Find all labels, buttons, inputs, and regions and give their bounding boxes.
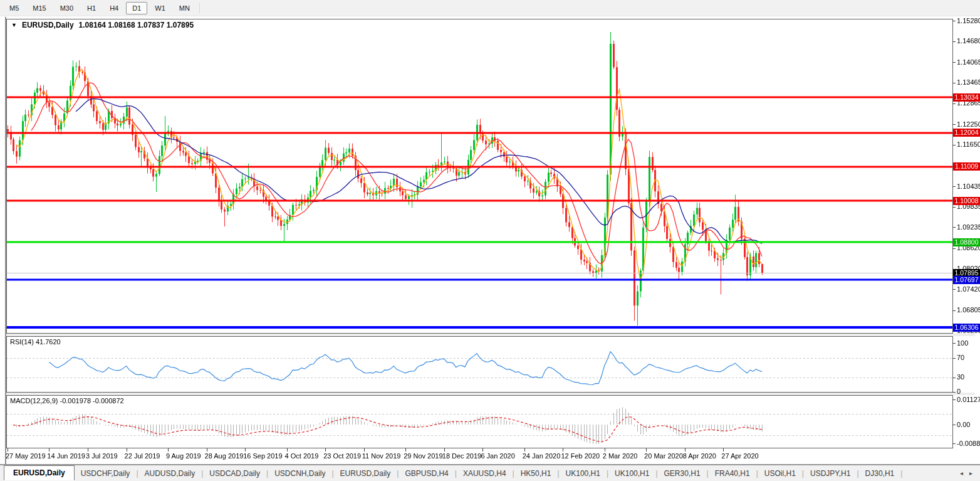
chart-symbol-title: EURUSD,Daily [22, 21, 74, 29]
chart-tab-USDCHF-Daily[interactable]: USDCHF,Daily [75, 467, 137, 480]
symbol-dropdown-icon[interactable]: ▼ [11, 22, 17, 28]
chart-tab-USDCNH-Daily[interactable]: USDCNH,Daily [268, 467, 331, 480]
timeframe-button-MN[interactable]: MN [173, 2, 196, 14]
timeframe-button-W1[interactable]: W1 [149, 2, 172, 14]
timeframe-toolbar: M5M15M30H1H4D1W1MN [0, 0, 980, 16]
rsi-indicator-label: RSI(14) 41.7620 [10, 338, 61, 346]
chart-tab-EURUSD-Daily[interactable]: EURUSD,Daily [334, 467, 397, 480]
chart-tab-UK100-H1[interactable]: UK100,H1 [608, 467, 655, 480]
mt4-terminal: { "toolbar": { "timeframes": ["M5","M15"… [0, 0, 980, 481]
tab-separator: | [900, 469, 902, 478]
chart-canvas[interactable] [0, 0, 980, 481]
chart-tab-USOil-H1[interactable]: USOil,H1 [758, 467, 802, 480]
chart-tab-HK50-H1[interactable]: HK50,H1 [514, 467, 558, 480]
timeframe-button-M30[interactable]: M30 [54, 2, 80, 14]
chart-tab-bar: EURUSD,DailyUSDCHF,Daily|AUDUSD,Daily|US… [0, 465, 980, 481]
timeframe-button-M5[interactable]: M5 [3, 2, 25, 14]
chart-tab-FRA40-H1[interactable]: FRA40,H1 [709, 467, 756, 480]
chart-tab-DJ30-H1[interactable]: DJ30,H1 [859, 467, 901, 480]
chart-tab-USDJPY-H1[interactable]: USDJPY,H1 [804, 467, 857, 480]
timeframe-button-H1[interactable]: H1 [81, 2, 102, 14]
chart-tab-AUDUSD-Daily[interactable]: AUDUSD,Daily [138, 467, 202, 480]
chart-ohlc-values: 1.08164 1.08168 1.07837 1.07895 [79, 21, 194, 29]
timeframe-button-H4[interactable]: H4 [103, 2, 125, 14]
chart-tab-UK100-H1[interactable]: UK100,H1 [560, 467, 607, 480]
tab-scroll-controls: ◂▸ [952, 470, 980, 477]
chart-title-row: ▼ EURUSD,Daily 1.08164 1.08168 1.07837 1… [11, 21, 194, 29]
timeframe-button-D1[interactable]: D1 [126, 2, 147, 14]
tab-scroll-right-icon[interactable]: ▸ [969, 470, 972, 477]
chart-tab-USDCAD-Daily[interactable]: USDCAD,Daily [203, 467, 266, 480]
chart-tab-EURUSD-Daily[interactable]: EURUSD,Daily [4, 465, 75, 480]
tab-scroll-left-icon[interactable]: ◂ [960, 470, 963, 477]
chart-tab-GBPUSD-H4[interactable]: GBPUSD,H4 [399, 467, 454, 480]
toolbar-separator [199, 3, 200, 13]
chart-tab-XAUUSD-H4[interactable]: XAUUSD,H4 [457, 467, 513, 480]
macd-indicator-label: MACD(12,26,9) -0.001978 -0.000872 [10, 397, 124, 404]
chart-tab-GER30-H1[interactable]: GER30,H1 [658, 467, 707, 480]
timeframe-button-M15[interactable]: M15 [26, 2, 52, 14]
